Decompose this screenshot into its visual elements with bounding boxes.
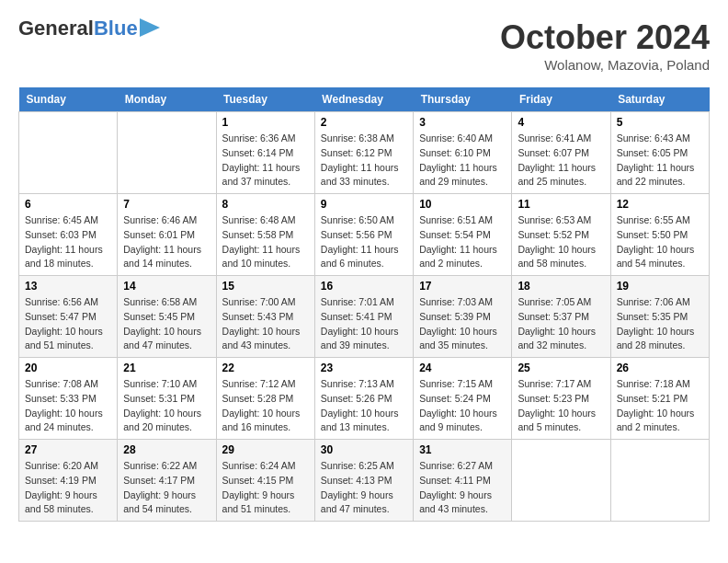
table-row: 12 Sunrise: 6:55 AMSunset: 5:50 PMDaylig… bbox=[610, 194, 709, 276]
table-row: 30 Sunrise: 6:25 AMSunset: 4:13 PMDaylig… bbox=[314, 440, 413, 522]
calendar-week-row: 27 Sunrise: 6:20 AMSunset: 4:19 PMDaylig… bbox=[19, 440, 710, 522]
day-detail: Sunrise: 6:20 AMSunset: 4:19 PMDaylight:… bbox=[25, 460, 98, 514]
table-row: 18 Sunrise: 7:05 AMSunset: 5:37 PMDaylig… bbox=[512, 276, 610, 358]
day-detail: Sunrise: 6:46 AMSunset: 6:01 PMDaylight:… bbox=[123, 214, 201, 269]
table-row: 19 Sunrise: 7:06 AMSunset: 5:35 PMDaylig… bbox=[610, 276, 709, 358]
table-row: 14 Sunrise: 6:58 AMSunset: 5:45 PMDaylig… bbox=[118, 276, 216, 358]
day-number: 6 bbox=[25, 198, 111, 211]
table-row: 6 Sunrise: 6:45 AMSunset: 6:03 PMDayligh… bbox=[19, 194, 118, 276]
day-detail: Sunrise: 7:01 AMSunset: 5:41 PMDaylight:… bbox=[321, 296, 399, 350]
day-detail: Sunrise: 7:03 AMSunset: 5:39 PMDaylight:… bbox=[419, 296, 497, 350]
day-detail: Sunrise: 7:12 AMSunset: 5:28 PMDaylight:… bbox=[222, 378, 301, 432]
day-detail: Sunrise: 7:00 AMSunset: 5:43 PMDaylight:… bbox=[222, 296, 301, 350]
table-row: 2 Sunrise: 6:38 AMSunset: 6:12 PMDayligh… bbox=[314, 112, 413, 194]
day-number: 8 bbox=[222, 198, 309, 211]
day-number: 20 bbox=[25, 362, 111, 374]
table-row: 11 Sunrise: 6:53 AMSunset: 5:52 PMDaylig… bbox=[512, 194, 610, 276]
table-row: 16 Sunrise: 7:01 AMSunset: 5:41 PMDaylig… bbox=[314, 276, 413, 358]
col-wednesday: Wednesday bbox=[314, 87, 413, 112]
day-number: 28 bbox=[123, 443, 210, 456]
col-thursday: Thursday bbox=[414, 87, 512, 112]
table-row: 13 Sunrise: 6:56 AMSunset: 5:47 PMDaylig… bbox=[19, 276, 118, 358]
title-section: October 2024 Wolanow, Mazovia, Poland bbox=[500, 18, 710, 73]
day-detail: Sunrise: 6:27 AMSunset: 4:11 PMDaylight:… bbox=[419, 460, 493, 514]
day-detail: Sunrise: 6:56 AMSunset: 5:47 PMDaylight:… bbox=[25, 296, 103, 350]
col-friday: Friday bbox=[512, 87, 610, 112]
table-row: 31 Sunrise: 6:27 AMSunset: 4:11 PMDaylig… bbox=[414, 440, 512, 522]
calendar-week-row: 13 Sunrise: 6:56 AMSunset: 5:47 PMDaylig… bbox=[19, 276, 710, 358]
day-detail: Sunrise: 7:13 AMSunset: 5:26 PMDaylight:… bbox=[321, 378, 399, 432]
table-row bbox=[512, 440, 610, 522]
day-number: 9 bbox=[321, 198, 407, 211]
table-row: 8 Sunrise: 6:48 AMSunset: 5:58 PMDayligh… bbox=[216, 194, 314, 276]
day-number: 7 bbox=[123, 198, 210, 211]
day-detail: Sunrise: 6:45 AMSunset: 6:03 PMDaylight:… bbox=[25, 214, 103, 269]
day-detail: Sunrise: 6:25 AMSunset: 4:13 PMDaylight:… bbox=[321, 460, 394, 514]
day-number: 26 bbox=[617, 362, 703, 374]
day-detail: Sunrise: 7:17 AMSunset: 5:23 PMDaylight:… bbox=[518, 378, 596, 432]
day-detail: Sunrise: 6:48 AMSunset: 5:58 PMDaylight:… bbox=[222, 214, 301, 269]
day-number: 18 bbox=[518, 280, 604, 293]
calendar-week-row: 1 Sunrise: 6:36 AMSunset: 6:14 PMDayligh… bbox=[19, 112, 710, 194]
table-row: 7 Sunrise: 6:46 AMSunset: 6:01 PMDayligh… bbox=[118, 194, 216, 276]
table-row: 15 Sunrise: 7:00 AMSunset: 5:43 PMDaylig… bbox=[216, 276, 314, 358]
table-row: 4 Sunrise: 6:41 AMSunset: 6:07 PMDayligh… bbox=[512, 112, 610, 194]
day-number: 29 bbox=[222, 443, 309, 456]
table-row: 9 Sunrise: 6:50 AMSunset: 5:56 PMDayligh… bbox=[314, 194, 413, 276]
table-row bbox=[610, 440, 709, 522]
day-number: 30 bbox=[321, 443, 407, 456]
day-number: 2 bbox=[321, 116, 407, 129]
day-number: 27 bbox=[25, 443, 111, 456]
svg-marker-0 bbox=[140, 18, 160, 37]
table-row: 17 Sunrise: 7:03 AMSunset: 5:39 PMDaylig… bbox=[414, 276, 512, 358]
day-number: 4 bbox=[518, 116, 604, 129]
day-number: 10 bbox=[419, 198, 506, 211]
day-detail: Sunrise: 6:24 AMSunset: 4:15 PMDaylight:… bbox=[222, 460, 296, 514]
table-row: 28 Sunrise: 6:22 AMSunset: 4:17 PMDaylig… bbox=[118, 440, 216, 522]
col-tuesday: Tuesday bbox=[216, 87, 314, 112]
day-detail: Sunrise: 6:43 AMSunset: 6:05 PMDaylight:… bbox=[617, 132, 695, 187]
table-row: 22 Sunrise: 7:12 AMSunset: 5:28 PMDaylig… bbox=[216, 358, 314, 440]
day-detail: Sunrise: 7:10 AMSunset: 5:31 PMDaylight:… bbox=[123, 378, 201, 432]
day-number: 5 bbox=[617, 116, 703, 129]
logo-arrow-icon bbox=[140, 18, 160, 37]
day-number: 19 bbox=[617, 280, 703, 293]
logo-text: GeneralBlue bbox=[18, 18, 138, 39]
day-detail: Sunrise: 7:18 AMSunset: 5:21 PMDaylight:… bbox=[617, 378, 695, 432]
page-header: GeneralBlue October 2024 Wolanow, Mazovi… bbox=[18, 18, 710, 73]
day-number: 17 bbox=[419, 280, 506, 293]
day-detail: Sunrise: 6:53 AMSunset: 5:52 PMDaylight:… bbox=[518, 214, 596, 269]
table-row: 5 Sunrise: 6:43 AMSunset: 6:05 PMDayligh… bbox=[610, 112, 709, 194]
day-number: 21 bbox=[123, 362, 210, 374]
table-row: 23 Sunrise: 7:13 AMSunset: 5:26 PMDaylig… bbox=[314, 358, 413, 440]
col-monday: Monday bbox=[118, 87, 216, 112]
day-detail: Sunrise: 6:51 AMSunset: 5:54 PMDaylight:… bbox=[419, 214, 497, 269]
month-title: October 2024 bbox=[500, 18, 710, 57]
day-number: 15 bbox=[222, 280, 309, 293]
calendar-week-row: 6 Sunrise: 6:45 AMSunset: 6:03 PMDayligh… bbox=[19, 194, 710, 276]
calendar-week-row: 20 Sunrise: 7:08 AMSunset: 5:33 PMDaylig… bbox=[19, 358, 710, 440]
day-number: 11 bbox=[518, 198, 604, 211]
day-detail: Sunrise: 7:05 AMSunset: 5:37 PMDaylight:… bbox=[518, 296, 596, 350]
logo-blue: Blue bbox=[94, 17, 138, 40]
day-number: 25 bbox=[518, 362, 604, 374]
table-row: 20 Sunrise: 7:08 AMSunset: 5:33 PMDaylig… bbox=[19, 358, 118, 440]
table-row: 27 Sunrise: 6:20 AMSunset: 4:19 PMDaylig… bbox=[19, 440, 118, 522]
logo: GeneralBlue bbox=[18, 18, 160, 39]
day-number: 16 bbox=[321, 280, 407, 293]
day-number: 23 bbox=[321, 362, 407, 374]
day-detail: Sunrise: 6:38 AMSunset: 6:12 PMDaylight:… bbox=[321, 132, 399, 187]
calendar-table: Sunday Monday Tuesday Wednesday Thursday… bbox=[18, 87, 710, 522]
day-detail: Sunrise: 7:08 AMSunset: 5:33 PMDaylight:… bbox=[25, 378, 103, 432]
day-detail: Sunrise: 6:22 AMSunset: 4:17 PMDaylight:… bbox=[123, 460, 197, 514]
calendar-header-row: Sunday Monday Tuesday Wednesday Thursday… bbox=[19, 87, 710, 112]
table-row: 24 Sunrise: 7:15 AMSunset: 5:24 PMDaylig… bbox=[414, 358, 512, 440]
day-detail: Sunrise: 6:41 AMSunset: 6:07 PMDaylight:… bbox=[518, 132, 596, 187]
day-detail: Sunrise: 7:06 AMSunset: 5:35 PMDaylight:… bbox=[617, 296, 695, 350]
day-detail: Sunrise: 6:58 AMSunset: 5:45 PMDaylight:… bbox=[123, 296, 201, 350]
day-number: 12 bbox=[617, 198, 703, 211]
day-number: 24 bbox=[419, 362, 506, 374]
table-row: 3 Sunrise: 6:40 AMSunset: 6:10 PMDayligh… bbox=[414, 112, 512, 194]
table-row: 29 Sunrise: 6:24 AMSunset: 4:15 PMDaylig… bbox=[216, 440, 314, 522]
day-number: 1 bbox=[222, 116, 309, 129]
